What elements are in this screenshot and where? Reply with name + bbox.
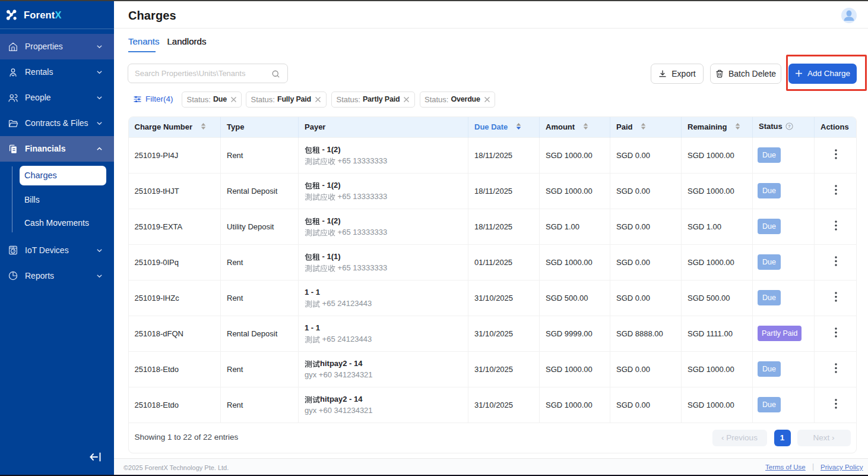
svg-text:?: ? [788, 124, 791, 130]
